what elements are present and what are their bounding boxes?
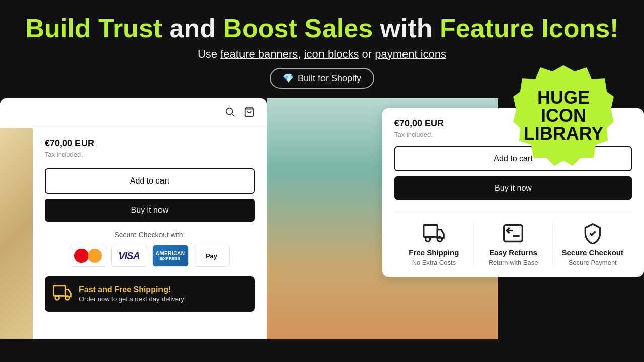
subheadline-link2: icon blocks	[304, 48, 359, 60]
mc-circle-left	[74, 249, 89, 263]
headline-part2: Boost Sales	[223, 14, 373, 43]
svg-rect-3	[54, 286, 66, 296]
cart-button[interactable]	[244, 106, 255, 120]
shipping-banner: Fast and Free Shipping! Order now to get…	[45, 276, 255, 312]
mastercard-icon	[70, 245, 106, 267]
svg-point-0	[226, 108, 233, 115]
product-details-left: €70,00 EUR Tax included. Add to cart Buy…	[33, 128, 267, 339]
product-image-left	[0, 128, 33, 339]
shopify-badge-button[interactable]: 💎 Built for Shopify	[270, 68, 374, 89]
headline-part1: Build Trust	[26, 14, 163, 43]
starburst-text: HUGE ICON LIBRARY	[524, 88, 604, 143]
headline: Build Trust and Boost Sales with Feature…	[10, 14, 634, 43]
applepay-icon: Pay	[194, 245, 230, 267]
shipping-sub: Order now to get a next day delivery!	[79, 295, 186, 303]
svg-point-8	[438, 237, 442, 242]
subheadline-link1: feature banners	[220, 48, 298, 60]
amex-icon: AMERICAN EXPRESS	[152, 245, 189, 267]
price-left: €70,00 EUR	[45, 138, 255, 149]
subheadline-link3: payment icons	[375, 48, 446, 60]
buy-it-now-button-right[interactable]: Buy it now	[394, 176, 632, 200]
svg-line-1	[232, 114, 235, 117]
svg-point-5	[65, 296, 69, 300]
feature-label-shipping: Free Shipping	[409, 248, 459, 257]
subheadline: Use feature banners, icon blocks or paym…	[10, 48, 634, 61]
secure-checkout-label: Secure Checkout with:	[45, 231, 255, 239]
shield-check-icon	[582, 222, 604, 244]
starburst-badge: HUGE ICON LIBRARY	[513, 65, 614, 166]
feature-sublabel-shipping: No Extra Costs	[412, 259, 456, 266]
buy-it-now-button-left[interactable]: Buy it now	[45, 199, 255, 222]
svg-point-4	[55, 296, 59, 300]
svg-point-7	[426, 237, 430, 242]
feature-icons: Free Shipping No Extra Costs Easy Return…	[394, 212, 632, 266]
add-to-cart-button-left[interactable]: Add to cart	[45, 168, 255, 194]
truck-icon	[423, 222, 445, 244]
left-card-body: €70,00 EUR Tax included. Add to cart Buy…	[0, 128, 267, 339]
feature-free-shipping: Free Shipping No Extra Costs	[394, 222, 473, 266]
left-card: €70,00 EUR Tax included. Add to cart Buy…	[0, 98, 267, 339]
feature-label-returns: Easy Returns	[489, 248, 537, 257]
headline-dark1: and	[162, 14, 223, 43]
tax-note-left: Tax included.	[45, 151, 255, 158]
headline-part3: Feature Icons!	[440, 14, 618, 43]
feature-sublabel-secure: Secure Payment	[569, 259, 617, 266]
returns-icon	[502, 222, 524, 244]
feature-label-secure: Secure Checkout	[561, 248, 623, 257]
shopify-badge-label: Built for Shopify	[298, 73, 361, 84]
headline-dark2: with	[373, 14, 440, 43]
visa-icon: VISA	[111, 245, 147, 267]
shipping-title: Fast and Free Shipping!	[79, 285, 186, 294]
cart-icon	[244, 106, 255, 117]
feature-secure-checkout: Secure Checkout Secure Payment	[553, 222, 632, 266]
shopify-emoji: 💎	[283, 73, 294, 84]
shipping-truck-icon	[53, 283, 72, 305]
search-icon	[224, 106, 235, 117]
mc-circle-right	[88, 249, 102, 263]
payment-icons: VISA AMERICAN EXPRESS Pay	[45, 245, 255, 267]
left-card-top	[0, 98, 267, 128]
svg-rect-6	[424, 225, 438, 237]
feature-sublabel-returns: Return with Ease	[489, 259, 538, 266]
search-button[interactable]	[224, 106, 235, 120]
svg-rect-9	[504, 225, 523, 242]
feature-easy-returns: Easy Returns Return with Ease	[474, 222, 553, 266]
